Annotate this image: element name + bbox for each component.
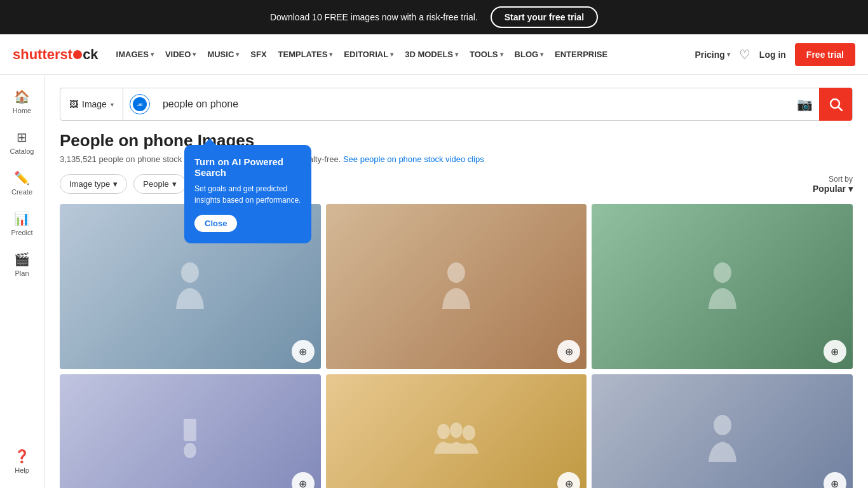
catalog-icon: ⊞ — [17, 130, 27, 145]
svg-point-2 — [181, 262, 199, 283]
image-card[interactable]: ⊕ — [592, 374, 853, 488]
nav-item-video[interactable]: VIDEO ▾ — [160, 46, 201, 63]
zoom-button[interactable]: ⊕ — [824, 340, 846, 363]
svg-point-4 — [714, 262, 731, 283]
chevron-down-icon: ▾ — [848, 184, 853, 194]
video-clips-link[interactable]: See people on phone stock video clips — [343, 154, 484, 164]
logo-black: ck — [83, 46, 98, 63]
free-trial-button[interactable]: Free trial — [795, 43, 855, 66]
image-card[interactable]: ⊕ — [592, 204, 853, 369]
search-icon — [829, 97, 843, 111]
chevron-down-icon: ▾ — [193, 51, 196, 58]
filter-image-type[interactable]: Image type ▾ — [60, 174, 127, 194]
filter-people[interactable]: People ▾ — [133, 174, 186, 194]
header: shutterstck IMAGES ▾ VIDEO ▾ MUSIC ▾ SFX… — [0, 34, 868, 75]
nav-item-enterprise[interactable]: ENTERPRISE — [550, 46, 613, 63]
chevron-down-icon: ▾ — [172, 179, 177, 189]
svg-line-1 — [839, 107, 843, 111]
favorites-icon[interactable]: ♡ — [739, 47, 750, 62]
top-banner: Download 10 FREE images now with a risk-… — [0, 0, 868, 34]
pricing-link[interactable]: Pricing ▾ — [695, 50, 729, 60]
sidebar-item-predict[interactable]: 📊 Predict — [0, 203, 44, 244]
banner-text: Download 10 FREE images now with a risk-… — [270, 12, 478, 22]
ai-tooltip-body: Set goals and get predicted insights bas… — [194, 183, 301, 206]
content-area: 🖼 Image ▾ .ai 📷 People on ph — [44, 75, 868, 488]
svg-point-8 — [450, 423, 463, 438]
camera-icon[interactable]: 📷 — [797, 97, 813, 112]
nav-item-music[interactable]: MUSIC ▾ — [202, 46, 244, 63]
nav-item-3d-models[interactable]: 3D MODELS ▾ — [400, 46, 463, 63]
image-placeholder — [60, 374, 321, 488]
help-icon: ❓ — [14, 449, 30, 464]
image-grid: ⊕ ⊕ ⊕ ⊕ — [60, 204, 853, 488]
image-card[interactable]: ⊕ — [326, 374, 587, 488]
create-icon: ✏️ — [14, 170, 30, 186]
ai-badge-inner: .ai — [133, 97, 147, 111]
predict-icon: 📊 — [14, 211, 30, 226]
sidebar-item-home[interactable]: 🏠 Home — [0, 81, 44, 122]
ai-tooltip-title: Turn on AI Powered Search — [194, 156, 301, 178]
chevron-down-icon: ▾ — [236, 51, 239, 58]
banner-cta-button[interactable]: Start your free trial — [491, 6, 598, 28]
logo-red: shutterst — [13, 46, 72, 63]
chevron-down-icon: ▾ — [727, 51, 730, 58]
nav-item-templates[interactable]: TEMPLATES ▾ — [273, 46, 338, 63]
sidebar: 🏠 Home ⊞ Catalog ✏️ Create 📊 Predict 🎬 P… — [0, 75, 44, 488]
chevron-down-icon: ▾ — [111, 101, 114, 108]
sidebar-item-catalog[interactable]: ⊞ Catalog — [0, 122, 44, 163]
main-container: 🏠 Home ⊞ Catalog ✏️ Create 📊 Predict 🎬 P… — [0, 75, 868, 488]
plan-icon: 🎬 — [14, 252, 30, 267]
login-button[interactable]: Log in — [759, 50, 786, 60]
home-icon: 🏠 — [14, 89, 30, 104]
header-actions: Pricing ▾ ♡ Log in Free trial — [695, 43, 855, 66]
chevron-down-icon: ▾ — [151, 51, 154, 58]
image-card[interactable]: ⊕ — [326, 204, 587, 369]
ai-tooltip-close-button[interactable]: Close — [194, 215, 237, 232]
sidebar-item-help[interactable]: ❓ Help — [0, 441, 44, 482]
nav-item-images[interactable]: IMAGES ▾ — [111, 46, 159, 63]
image-type-icon: 🖼 — [69, 99, 78, 109]
svg-point-9 — [463, 425, 475, 440]
search-input[interactable] — [156, 98, 790, 110]
results-subtitle: 3,135,521 people on phone stock photos &… — [60, 154, 853, 164]
svg-point-3 — [447, 262, 465, 283]
zoom-button[interactable]: ⊕ — [292, 340, 315, 363]
nav-item-blog[interactable]: BLOG ▾ — [510, 46, 549, 63]
chevron-down-icon: ▾ — [455, 51, 458, 58]
search-bar: 🖼 Image ▾ .ai 📷 — [60, 88, 853, 121]
ai-tooltip-popup: Turn on AI Powered Search Set goals and … — [184, 145, 311, 243]
search-type-select[interactable]: 🖼 Image ▾ — [60, 88, 123, 120]
image-placeholder — [592, 204, 853, 369]
svg-point-7 — [437, 424, 450, 439]
logo[interactable]: shutterstck — [13, 46, 98, 63]
filter-bar: Image type ▾ People ▾ Artists ▾ More ▾ S… — [60, 174, 853, 194]
sort-select[interactable]: Popular ▾ — [813, 184, 853, 194]
svg-point-10 — [714, 415, 731, 435]
chevron-down-icon: ▾ — [113, 179, 118, 189]
sort-by: Sort by Popular ▾ — [813, 175, 853, 194]
chevron-down-icon: ▾ — [390, 51, 393, 58]
ai-badge: .ai — [130, 94, 150, 114]
svg-point-6 — [184, 443, 196, 458]
main-nav: IMAGES ▾ VIDEO ▾ MUSIC ▾ SFX TEMPLATES ▾… — [111, 46, 689, 63]
ai-badge-label: .ai — [137, 102, 142, 107]
image-placeholder — [592, 374, 853, 488]
chevron-down-icon: ▾ — [540, 51, 543, 58]
chevron-down-icon: ▾ — [500, 51, 503, 58]
nav-item-editorial[interactable]: EDITORIAL ▾ — [339, 46, 398, 63]
search-button[interactable] — [819, 88, 852, 121]
nav-item-tools[interactable]: TOOLS ▾ — [465, 46, 508, 63]
image-card[interactable]: ⊕ — [60, 374, 321, 488]
logo-circle-icon — [73, 50, 82, 59]
chevron-down-icon: ▾ — [329, 51, 332, 58]
nav-item-sfx[interactable]: SFX — [245, 46, 271, 63]
svg-rect-5 — [184, 419, 196, 441]
image-placeholder — [326, 374, 587, 488]
sidebar-item-plan[interactable]: 🎬 Plan — [0, 244, 44, 285]
results-title: People on phone Images — [60, 131, 853, 151]
sidebar-item-create[interactable]: ✏️ Create — [0, 163, 44, 203]
search-icons: 📷 — [790, 97, 819, 112]
image-placeholder — [326, 204, 587, 369]
